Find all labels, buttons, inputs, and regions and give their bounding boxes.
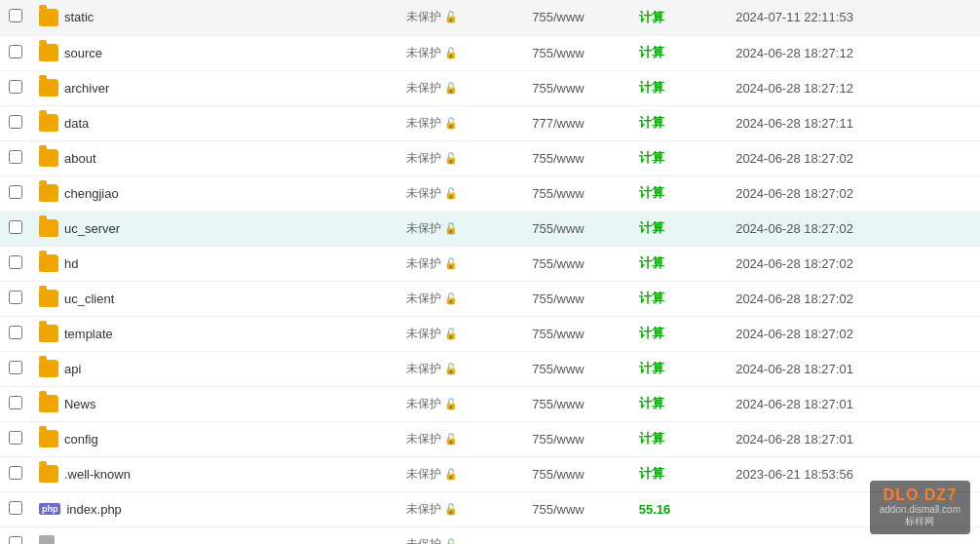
protect-status: 未保护🔓 (398, 105, 524, 140)
row-checkbox[interactable] (9, 255, 22, 269)
row-checkbox[interactable] (9, 361, 22, 374)
file-name-label[interactable]: hd (64, 256, 78, 271)
file-name-label[interactable]: uc_client (64, 291, 114, 306)
file-name-cell[interactable]: archiver (31, 70, 398, 105)
lock-icon: 🔓 (444, 398, 458, 410)
row-checkbox-cell[interactable] (0, 105, 31, 140)
file-name-label[interactable]: static (64, 10, 94, 24)
row-checkbox[interactable] (9, 431, 22, 445)
size-cell: 计算 (631, 211, 728, 246)
row-checkbox[interactable] (9, 9, 22, 22)
extra-cell (903, 491, 980, 526)
file-name-label[interactable]: data (64, 116, 89, 131)
protect-label: 未保护 (406, 501, 441, 518)
lock-icon: 🔓 (444, 47, 458, 59)
file-name-cell[interactable]: .well-known (31, 456, 398, 491)
file-name-cell[interactable]: uc_server (31, 211, 398, 246)
row-checkbox-cell[interactable] (0, 491, 31, 526)
file-name-cell[interactable]: phpindex.php (31, 491, 398, 526)
row-checkbox[interactable] (9, 396, 22, 409)
table-row: source未保护🔓755/www计算2024-06-28 18:27:12 (0, 35, 980, 70)
row-checkbox[interactable] (9, 185, 22, 199)
row-checkbox-cell[interactable] (0, 316, 31, 351)
row-checkbox-cell[interactable] (0, 70, 31, 105)
row-checkbox[interactable] (9, 466, 22, 480)
protect-label: 未保护 (406, 396, 441, 412)
permission-cell: 755/www (524, 386, 631, 421)
row-checkbox-cell[interactable] (0, 35, 31, 70)
extra-cell (903, 456, 980, 491)
extra-cell (903, 316, 980, 351)
protect-label: 未保护 (406, 185, 441, 202)
row-checkbox[interactable] (9, 220, 22, 234)
extra-cell (903, 421, 980, 456)
protect-label: 未保护 (406, 255, 441, 272)
row-checkbox[interactable] (9, 115, 22, 129)
table-row: 未保护🔓 (0, 526, 980, 544)
lock-icon: 🔓 (444, 363, 458, 375)
file-name-label[interactable]: .well-known (64, 467, 131, 482)
file-name-label[interactable]: index.php (66, 502, 121, 517)
size-cell: 计算 (631, 386, 728, 421)
size-cell: 计算 (631, 351, 728, 386)
file-name-label[interactable]: about (64, 151, 96, 166)
file-name-label[interactable]: archiver (64, 81, 109, 96)
row-checkbox-cell[interactable] (0, 386, 31, 421)
row-checkbox[interactable] (9, 326, 22, 339)
file-name-cell[interactable]: template (31, 316, 398, 351)
file-name-label[interactable]: source (64, 46, 102, 60)
extra-cell (903, 246, 980, 281)
file-name-cell[interactable]: api (31, 351, 398, 386)
file-name-label[interactable]: uc_server (64, 221, 120, 236)
protect-status: 未保护🔓 (398, 0, 524, 35)
extra-cell (903, 351, 980, 386)
row-checkbox-cell[interactable] (0, 526, 31, 544)
file-name-cell[interactable]: about (31, 140, 398, 175)
folder-icon (39, 219, 58, 237)
row-checkbox-cell[interactable] (0, 246, 31, 281)
row-checkbox-cell[interactable] (0, 456, 31, 491)
file-name-cell[interactable]: News (31, 386, 398, 421)
file-name-cell[interactable]: source (31, 35, 398, 70)
table-row: archiver未保护🔓755/www计算2024-06-28 18:27:12 (0, 70, 980, 105)
permission-cell: 755/www (524, 351, 631, 386)
file-name-cell[interactable]: uc_client (31, 281, 398, 316)
row-checkbox-cell[interactable] (0, 0, 31, 35)
file-name-label[interactable]: api (64, 362, 81, 376)
row-checkbox[interactable] (9, 150, 22, 164)
size-cell: 计算 (631, 246, 728, 281)
file-name-label[interactable]: News (64, 397, 96, 411)
row-checkbox[interactable] (9, 291, 22, 304)
lock-icon: 🔓 (444, 187, 458, 200)
file-name-cell[interactable]: data (31, 105, 398, 140)
file-name-cell[interactable]: hd (31, 246, 398, 281)
protect-status: 未保护🔓 (398, 491, 524, 526)
date-cell (728, 526, 903, 544)
permission-cell: 755/www (524, 421, 631, 456)
file-name-cell[interactable]: config (31, 421, 398, 456)
row-checkbox[interactable] (9, 45, 22, 58)
row-checkbox-cell[interactable] (0, 211, 31, 246)
date-cell: 2024-06-28 18:27:02 (728, 246, 903, 281)
file-name-cell[interactable] (31, 526, 398, 544)
date-cell: 2024-06-28 18:27:02 (728, 316, 903, 351)
file-name-cell[interactable]: chengjiao (31, 175, 398, 211)
table-row: phpindex.php未保护🔓755/www55.16 (0, 491, 980, 526)
row-checkbox[interactable] (9, 80, 22, 94)
row-checkbox-cell[interactable] (0, 175, 31, 211)
protect-status: 未保护🔓 (398, 456, 524, 491)
protect-label: 未保护 (406, 9, 441, 25)
row-checkbox[interactable] (9, 536, 22, 545)
size-cell: 计算 (631, 175, 728, 211)
row-checkbox[interactable] (9, 501, 22, 515)
row-checkbox-cell[interactable] (0, 281, 31, 316)
protect-label: 未保护 (406, 536, 441, 545)
file-name-label[interactable]: template (64, 327, 113, 341)
row-checkbox-cell[interactable] (0, 351, 31, 386)
file-name-cell[interactable]: static (31, 0, 398, 35)
file-name-label[interactable]: config (64, 432, 98, 447)
row-checkbox-cell[interactable] (0, 421, 31, 456)
row-checkbox-cell[interactable] (0, 140, 31, 175)
file-name-label[interactable]: chengjiao (64, 186, 119, 201)
lock-icon: 🔓 (444, 82, 458, 95)
